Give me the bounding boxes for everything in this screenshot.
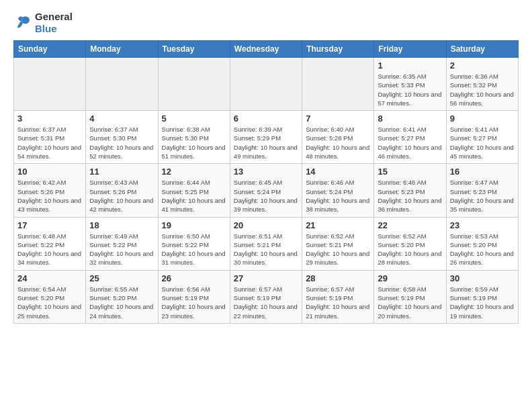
calendar-cell: 14Sunrise: 6:46 AM Sunset: 5:24 PM Dayli…	[302, 164, 374, 217]
day-info: Sunrise: 6:45 AM Sunset: 5:24 PM Dayligh…	[234, 178, 298, 214]
calendar-cell: 27Sunrise: 6:57 AM Sunset: 5:19 PM Dayli…	[230, 270, 302, 323]
calendar-body: 1Sunrise: 6:35 AM Sunset: 5:33 PM Daylig…	[14, 58, 519, 324]
day-info: Sunrise: 6:42 AM Sunset: 5:26 PM Dayligh…	[17, 178, 82, 214]
day-info: Sunrise: 6:37 AM Sunset: 5:31 PM Dayligh…	[17, 125, 82, 161]
day-number: 26	[162, 273, 226, 283]
day-info: Sunrise: 6:41 AM Sunset: 5:27 PM Dayligh…	[378, 125, 442, 161]
day-number: 21	[306, 220, 370, 230]
day-info: Sunrise: 6:44 AM Sunset: 5:25 PM Dayligh…	[162, 178, 226, 214]
calendar-cell	[302, 58, 374, 111]
day-info: Sunrise: 6:54 AM Sunset: 5:20 PM Dayligh…	[17, 285, 82, 320]
header-day-tuesday: Tuesday	[158, 41, 230, 58]
week-row-2: 3Sunrise: 6:37 AM Sunset: 5:31 PM Daylig…	[14, 111, 519, 164]
day-number: 4	[89, 113, 154, 124]
day-number: 13	[234, 167, 298, 177]
day-number: 24	[17, 273, 82, 283]
day-number: 9	[450, 113, 515, 124]
calendar-table: SundayMondayTuesdayWednesdayThursdayFrid…	[13, 40, 519, 324]
header-day-saturday: Saturday	[446, 41, 518, 58]
calendar-cell: 12Sunrise: 6:44 AM Sunset: 5:25 PM Dayli…	[158, 164, 230, 217]
day-number: 18	[89, 220, 154, 230]
calendar-cell: 9Sunrise: 6:41 AM Sunset: 5:27 PM Daylig…	[446, 111, 518, 164]
calendar-cell: 30Sunrise: 6:59 AM Sunset: 5:19 PM Dayli…	[446, 270, 518, 323]
day-info: Sunrise: 6:56 AM Sunset: 5:19 PM Dayligh…	[162, 285, 226, 320]
header: General Blue	[13, 11, 519, 35]
calendar-cell: 18Sunrise: 6:49 AM Sunset: 5:22 PM Dayli…	[86, 217, 158, 270]
calendar-cell: 11Sunrise: 6:43 AM Sunset: 5:26 PM Dayli…	[86, 164, 158, 217]
day-number: 25	[89, 273, 154, 283]
day-number: 19	[162, 220, 226, 230]
day-number: 12	[162, 167, 226, 177]
day-number: 27	[234, 273, 298, 283]
day-number: 6	[234, 113, 298, 124]
day-info: Sunrise: 6:40 AM Sunset: 5:28 PM Dayligh…	[306, 125, 370, 161]
day-number: 17	[17, 220, 82, 230]
calendar-cell: 15Sunrise: 6:46 AM Sunset: 5:23 PM Dayli…	[374, 164, 446, 217]
day-number: 28	[306, 273, 370, 283]
calendar-cell: 3Sunrise: 6:37 AM Sunset: 5:31 PM Daylig…	[14, 111, 86, 164]
calendar-cell: 25Sunrise: 6:55 AM Sunset: 5:20 PM Dayli…	[86, 270, 158, 323]
day-number: 16	[450, 167, 515, 177]
day-number: 3	[17, 113, 82, 124]
week-row-5: 24Sunrise: 6:54 AM Sunset: 5:20 PM Dayli…	[14, 270, 519, 323]
calendar-cell: 7Sunrise: 6:40 AM Sunset: 5:28 PM Daylig…	[302, 111, 374, 164]
day-number: 2	[450, 60, 515, 71]
day-info: Sunrise: 6:38 AM Sunset: 5:30 PM Dayligh…	[162, 125, 226, 161]
day-number: 5	[162, 113, 226, 124]
day-number: 1	[378, 60, 442, 71]
calendar-header: SundayMondayTuesdayWednesdayThursdayFrid…	[14, 41, 519, 58]
calendar-cell: 5Sunrise: 6:38 AM Sunset: 5:30 PM Daylig…	[158, 111, 230, 164]
calendar-cell: 8Sunrise: 6:41 AM Sunset: 5:27 PM Daylig…	[374, 111, 446, 164]
day-info: Sunrise: 6:47 AM Sunset: 5:23 PM Dayligh…	[450, 178, 515, 214]
day-number: 8	[378, 113, 442, 124]
calendar-cell: 1Sunrise: 6:35 AM Sunset: 5:33 PM Daylig…	[374, 58, 446, 111]
calendar-cell: 13Sunrise: 6:45 AM Sunset: 5:24 PM Dayli…	[230, 164, 302, 217]
day-info: Sunrise: 6:51 AM Sunset: 5:21 PM Dayligh…	[234, 232, 298, 267]
day-number: 30	[450, 273, 515, 283]
page-container: General Blue SundayMondayTuesdayWednesda…	[0, 0, 532, 330]
day-number: 15	[378, 167, 442, 177]
week-row-4: 17Sunrise: 6:48 AM Sunset: 5:22 PM Dayli…	[14, 217, 519, 270]
day-info: Sunrise: 6:52 AM Sunset: 5:20 PM Dayligh…	[378, 232, 442, 267]
day-number: 23	[450, 220, 515, 230]
calendar-cell: 10Sunrise: 6:42 AM Sunset: 5:26 PM Dayli…	[14, 164, 86, 217]
calendar-cell	[230, 58, 302, 111]
logo: General Blue	[13, 11, 73, 35]
day-info: Sunrise: 6:36 AM Sunset: 5:32 PM Dayligh…	[450, 72, 515, 107]
week-row-3: 10Sunrise: 6:42 AM Sunset: 5:26 PM Dayli…	[14, 164, 519, 217]
calendar-cell: 20Sunrise: 6:51 AM Sunset: 5:21 PM Dayli…	[230, 217, 302, 270]
day-info: Sunrise: 6:39 AM Sunset: 5:29 PM Dayligh…	[234, 125, 298, 161]
logo-text: General Blue	[35, 11, 73, 35]
day-number: 22	[378, 220, 442, 230]
calendar-cell: 22Sunrise: 6:52 AM Sunset: 5:20 PM Dayli…	[374, 217, 446, 270]
calendar-cell	[86, 58, 158, 111]
header-day-monday: Monday	[86, 41, 158, 58]
week-row-1: 1Sunrise: 6:35 AM Sunset: 5:33 PM Daylig…	[14, 58, 519, 111]
calendar-cell: 28Sunrise: 6:57 AM Sunset: 5:19 PM Dayli…	[302, 270, 374, 323]
header-day-sunday: Sunday	[14, 41, 86, 58]
calendar-cell: 4Sunrise: 6:37 AM Sunset: 5:30 PM Daylig…	[86, 111, 158, 164]
header-day-wednesday: Wednesday	[230, 41, 302, 58]
day-info: Sunrise: 6:50 AM Sunset: 5:22 PM Dayligh…	[162, 232, 226, 267]
calendar-cell: 6Sunrise: 6:39 AM Sunset: 5:29 PM Daylig…	[230, 111, 302, 164]
day-info: Sunrise: 6:55 AM Sunset: 5:20 PM Dayligh…	[89, 285, 154, 320]
day-number: 20	[234, 220, 298, 230]
calendar-cell: 24Sunrise: 6:54 AM Sunset: 5:20 PM Dayli…	[14, 270, 86, 323]
day-info: Sunrise: 6:46 AM Sunset: 5:24 PM Dayligh…	[306, 178, 370, 214]
header-day-thursday: Thursday	[302, 41, 374, 58]
day-number: 14	[306, 167, 370, 177]
day-info: Sunrise: 6:43 AM Sunset: 5:26 PM Dayligh…	[89, 178, 154, 214]
day-info: Sunrise: 6:41 AM Sunset: 5:27 PM Dayligh…	[450, 125, 515, 161]
day-info: Sunrise: 6:58 AM Sunset: 5:19 PM Dayligh…	[378, 285, 442, 320]
calendar-cell	[158, 58, 230, 111]
header-day-friday: Friday	[374, 41, 446, 58]
calendar-cell: 26Sunrise: 6:56 AM Sunset: 5:19 PM Dayli…	[158, 270, 230, 323]
day-info: Sunrise: 6:57 AM Sunset: 5:19 PM Dayligh…	[306, 285, 370, 320]
day-info: Sunrise: 6:49 AM Sunset: 5:22 PM Dayligh…	[89, 232, 154, 267]
logo-bird-icon	[13, 13, 32, 32]
day-number: 10	[17, 167, 82, 177]
calendar-cell: 23Sunrise: 6:53 AM Sunset: 5:20 PM Dayli…	[446, 217, 518, 270]
day-info: Sunrise: 6:59 AM Sunset: 5:19 PM Dayligh…	[450, 285, 515, 320]
day-number: 11	[89, 167, 154, 177]
day-info: Sunrise: 6:52 AM Sunset: 5:21 PM Dayligh…	[306, 232, 370, 267]
